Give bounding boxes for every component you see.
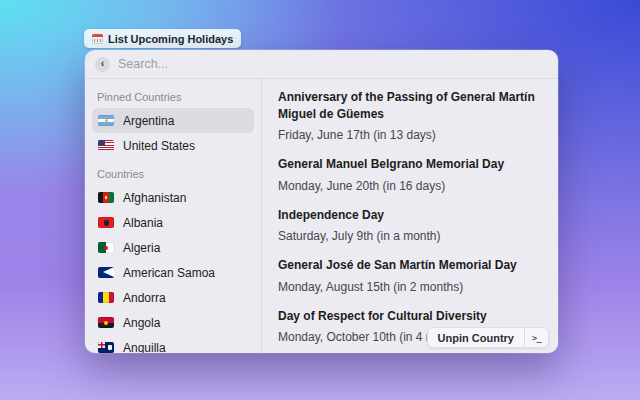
afghanistan-flag-icon — [98, 192, 114, 203]
desktop-background: List Upcoming Holidays ‹ Pinned Countrie… — [0, 0, 640, 400]
calendar-icon — [92, 34, 103, 44]
raycast-window: ‹ Pinned Countries Argentina United Stat… — [85, 50, 558, 353]
holiday-title: Day of Respect for Cultural Diversity — [278, 308, 544, 325]
sidebar-item-american-samoa[interactable]: American Samoa — [92, 260, 254, 285]
back-button[interactable]: ‹ — [95, 57, 110, 72]
argentina-flag-icon — [98, 115, 114, 126]
sidebar-item-andorra[interactable]: Andorra — [92, 285, 254, 310]
country-label: Afghanistan — [123, 191, 186, 205]
country-label: American Samoa — [123, 266, 215, 280]
holiday-date: Saturday, July 9th (in a month) — [278, 228, 544, 244]
holiday-detail-pane: Anniversary of the Passing of General Ma… — [262, 79, 558, 353]
sidebar-item-afghanistan[interactable]: Afghanistan — [92, 185, 254, 210]
country-label: Andorra — [123, 291, 166, 305]
country-label: Anguilla — [123, 341, 166, 354]
albania-flag-icon — [98, 217, 114, 228]
section-title-countries: Countries — [97, 168, 254, 180]
holiday-item: General José de San Martín Memorial Day … — [278, 257, 544, 295]
actions-menu-button[interactable]: >_ — [525, 328, 548, 347]
holiday-title: Anniversary of the Passing of General Ma… — [278, 89, 544, 122]
action-bar: Unpin Country >_ — [427, 327, 549, 348]
chevron-left-icon: ‹ — [101, 58, 105, 69]
american-samoa-flag-icon — [98, 267, 114, 278]
sidebar-item-anguilla[interactable]: Anguilla — [92, 335, 254, 353]
country-label: Albania — [123, 216, 163, 230]
unpin-country-label: Unpin Country — [438, 332, 514, 344]
unpin-country-button[interactable]: Unpin Country — [428, 328, 524, 347]
holiday-date: Monday, June 20th (in 16 days) — [278, 178, 544, 194]
sidebar-item-angola[interactable]: Angola — [92, 310, 254, 335]
holiday-item: Independence Day Saturday, July 9th (in … — [278, 207, 544, 245]
holiday-item: Anniversary of the Passing of General Ma… — [278, 89, 544, 143]
sidebar-item-argentina[interactable]: Argentina — [92, 108, 254, 133]
country-label: Argentina — [123, 114, 174, 128]
algeria-flag-icon — [98, 242, 114, 253]
andorra-flag-icon — [98, 292, 114, 303]
holiday-date: Monday, August 15th (in 2 months) — [278, 279, 544, 295]
holiday-title: General José de San Martín Memorial Day — [278, 257, 544, 274]
sidebar-item-united-states[interactable]: United States — [92, 133, 254, 158]
country-label: Algeria — [123, 241, 160, 255]
section-title-pinned-countries: Pinned Countries — [97, 91, 254, 103]
country-label: United States — [123, 139, 195, 153]
extension-tag[interactable]: List Upcoming Holidays — [84, 29, 241, 48]
search-bar: ‹ — [85, 50, 558, 79]
sidebar-item-albania[interactable]: Albania — [92, 210, 254, 235]
terminal-prompt-icon: >_ — [532, 333, 541, 343]
holiday-item: General Manuel Belgrano Memorial Day Mon… — [278, 156, 544, 194]
holiday-title: General Manuel Belgrano Memorial Day — [278, 156, 544, 173]
holiday-date: Friday, June 17th (in 13 days) — [278, 127, 544, 143]
country-sidebar: Pinned Countries Argentina United States… — [85, 79, 262, 353]
angola-flag-icon — [98, 317, 114, 328]
search-input[interactable] — [118, 57, 548, 71]
country-label: Angola — [123, 316, 160, 330]
united-states-flag-icon — [98, 140, 114, 151]
anguilla-flag-icon — [98, 342, 114, 353]
sidebar-item-algeria[interactable]: Algeria — [92, 235, 254, 260]
holiday-title: Independence Day — [278, 207, 544, 224]
window-body: Pinned Countries Argentina United States… — [85, 79, 558, 353]
extension-tag-label: List Upcoming Holidays — [108, 33, 233, 45]
